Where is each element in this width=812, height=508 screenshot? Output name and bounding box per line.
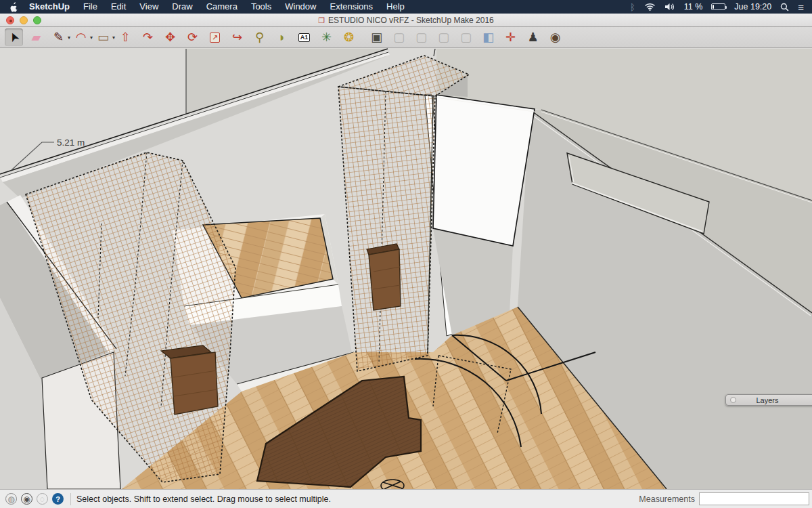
move-tool[interactable]: ✥	[161, 28, 179, 46]
walk-icon: ♟	[527, 31, 538, 43]
follow-me-icon: ↷	[143, 31, 153, 43]
look-around-tool[interactable]: ◉	[546, 28, 564, 46]
help-icon[interactable]: ?	[52, 493, 64, 505]
menu-tools[interactable]: Tools	[244, 0, 278, 14]
scale-icon: ↗	[210, 33, 220, 43]
window-controls	[6, 16, 41, 24]
status-bar: ◍◉◌? Select objects. Shift to extend sel…	[0, 489, 812, 508]
macos-menu-bar: SketchUpFileEditViewDrawCameraToolsWindo…	[0, 0, 812, 14]
eraser-icon: ▰	[32, 31, 41, 43]
measurements-label: Measurements	[639, 494, 695, 504]
window-title-bar: ❐ ESTUDIO NICO vRFZ - SketchUp Make 2016	[0, 14, 812, 27]
select-tool[interactable]: ➤	[5, 28, 23, 46]
text-icon: A1	[298, 33, 311, 42]
protractor-icon: ◗	[278, 31, 286, 43]
close-window-button[interactable]	[6, 16, 14, 24]
scale-tool[interactable]: ↗	[206, 28, 224, 46]
hidden-line-icon: ▢	[415, 31, 427, 43]
axes-colored-tool[interactable]: ✛	[501, 28, 520, 46]
sketchup-document-icon: ❐	[318, 16, 325, 25]
wireframe-icon: ▢	[393, 31, 405, 43]
window-title: ESTUDIO NICO vRFZ - SketchUp Make 2016	[328, 16, 494, 25]
menu-extensions[interactable]: Extensions	[323, 0, 380, 14]
dimensions-icon: ❂	[344, 31, 354, 43]
shaded-textures-tool[interactable]: ▢	[457, 28, 475, 46]
volume-icon[interactable]	[664, 3, 675, 11]
walk-tool[interactable]: ♟	[524, 28, 542, 46]
shaded-textures-icon: ▢	[460, 31, 472, 43]
menu-window[interactable]: Window	[278, 0, 323, 14]
shaded-icon: ▢	[438, 31, 449, 43]
menu-bar-status-cluster: ᛒ 11 % Jue 19:20 ≡	[630, 1, 812, 13]
sign-in-icon[interactable]: ◌	[37, 493, 48, 505]
hidden-line-tool[interactable]: ▢	[412, 28, 430, 46]
model-scene: 5.21 m	[0, 48, 812, 489]
menu-sketchup[interactable]: SketchUp	[22, 0, 76, 14]
menu-file[interactable]: File	[76, 0, 104, 14]
geolocation-icon[interactable]: ◍	[5, 493, 17, 505]
battery-icon	[711, 3, 725, 10]
rotate-icon: ⟳	[187, 31, 198, 43]
line-tool[interactable]: ✎▾	[49, 28, 68, 46]
apple-menu-icon[interactable]	[9, 2, 18, 12]
tool-palette: ➤▰✎▾◠▾▭▾⇧↷✥⟳↗↪⚲◗A1✳❂▣▢▢▢▢◧✛♟◉	[0, 27, 812, 48]
axes-icon: ✳	[321, 31, 332, 43]
text-tool[interactable]: A1	[295, 28, 313, 46]
spotlight-search-icon[interactable]	[780, 3, 789, 12]
dimensions-tool[interactable]: ❂	[340, 28, 358, 46]
arc-icon: ◠	[76, 31, 87, 43]
protractor-tool[interactable]: ◗	[273, 28, 291, 46]
measurements-group: Measurements	[639, 492, 812, 505]
line-dropdown-arrow[interactable]: ▾	[68, 35, 70, 41]
menu-view[interactable]: View	[133, 0, 165, 14]
look-around-icon: ◉	[550, 31, 561, 43]
zoom-window-button[interactable]	[33, 16, 41, 24]
wireframe-tool[interactable]: ▢	[390, 28, 408, 46]
push-pull-tool[interactable]: ⇧	[116, 28, 135, 46]
offset-icon: ↪	[232, 31, 242, 43]
menu-draw[interactable]: Draw	[165, 0, 199, 14]
arc-tool[interactable]: ◠▾	[72, 28, 90, 46]
follow-me-tool[interactable]: ↷	[139, 28, 157, 46]
eraser-tool[interactable]: ▰	[27, 28, 45, 46]
select-icon: ➤	[6, 30, 22, 44]
menu-camera[interactable]: Camera	[200, 0, 244, 14]
status-divider	[70, 493, 71, 505]
x-ray-tool[interactable]: ▣	[367, 28, 386, 46]
axes-tool[interactable]: ✳	[317, 28, 336, 46]
offset-tool[interactable]: ↪	[228, 28, 246, 46]
menu-help[interactable]: Help	[380, 0, 411, 14]
dimension-label: 5.21 m	[57, 137, 85, 148]
rotate-tool[interactable]: ⟳	[183, 28, 202, 46]
tape-measure-tool[interactable]: ⚲	[250, 28, 269, 46]
status-icons: ◍◉◌?	[0, 493, 69, 505]
battery-fill	[713, 5, 714, 9]
model-viewport[interactable]: 5.21 m	[0, 48, 812, 489]
wifi-icon[interactable]	[644, 3, 656, 11]
bluetooth-icon[interactable]: ᛒ	[630, 2, 635, 12]
x-ray-icon: ▣	[371, 31, 382, 43]
layers-panel[interactable]: Layers	[725, 394, 812, 406]
rectangle-icon: ▭	[97, 31, 109, 43]
line-icon: ✎	[53, 31, 64, 43]
menu-bar-clock[interactable]: Jue 19:20	[734, 2, 771, 12]
notification-center-icon[interactable]: ≡	[798, 1, 804, 13]
axes-colored-icon: ✛	[505, 31, 516, 43]
monochrome-icon: ◧	[482, 31, 494, 43]
battery-tip	[725, 6, 727, 9]
apple-logo-glyph	[9, 2, 18, 12]
monochrome-tool[interactable]: ◧	[479, 28, 497, 46]
credit-attribution-icon[interactable]: ◉	[21, 493, 32, 505]
minimize-window-button[interactable]	[20, 16, 28, 24]
push-pull-icon: ⇧	[120, 31, 131, 43]
layers-panel-title: Layers	[726, 396, 809, 404]
tape-measure-icon: ⚲	[255, 31, 264, 43]
arc-dropdown-arrow[interactable]: ▾	[90, 35, 93, 41]
rectangle-dropdown-arrow[interactable]: ▾	[112, 35, 115, 41]
battery-percent-label: 11 %	[684, 2, 703, 12]
shaded-tool[interactable]: ▢	[434, 28, 453, 46]
menu-edit[interactable]: Edit	[104, 0, 133, 14]
measurements-input[interactable]	[699, 492, 809, 505]
rectangle-tool[interactable]: ▭▾	[94, 28, 112, 46]
move-icon: ✥	[165, 31, 175, 43]
